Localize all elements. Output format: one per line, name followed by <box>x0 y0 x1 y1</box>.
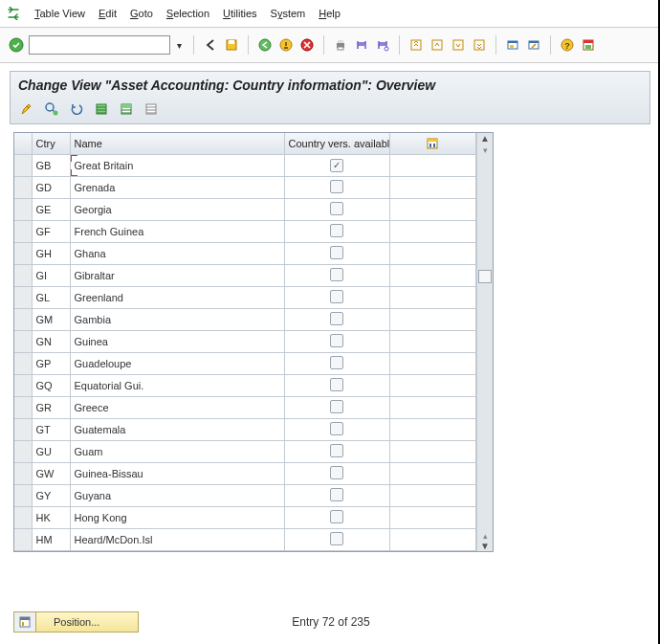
customize-layout-icon[interactable] <box>580 36 597 54</box>
menu-system-icon[interactable] <box>6 6 21 21</box>
menu-system[interactable]: System <box>271 8 306 19</box>
row-selector[interactable] <box>14 265 32 287</box>
row-selector[interactable] <box>14 221 32 243</box>
menu-table-view[interactable]: Table View <box>34 8 85 19</box>
table-row[interactable]: GWGuinea-Bissau <box>14 463 476 485</box>
change-mode-icon[interactable] <box>18 100 35 118</box>
cancel-icon[interactable] <box>298 36 316 54</box>
enter-icon[interactable] <box>8 36 25 54</box>
scroll-down-icon[interactable]: ▼ <box>480 541 490 551</box>
checkbox[interactable] <box>330 312 343 325</box>
help-icon[interactable]: ? <box>559 36 576 54</box>
checkbox[interactable] <box>330 202 343 215</box>
back-icon[interactable] <box>202 36 219 54</box>
col-name-header[interactable]: Name <box>70 133 284 155</box>
cell-available[interactable] <box>284 419 389 441</box>
cell-ctry[interactable]: GD <box>32 177 70 199</box>
table-row[interactable]: GFFrench Guinea <box>14 221 476 243</box>
cell-available[interactable] <box>284 221 389 243</box>
table-row[interactable]: HMHeard/McDon.Isl <box>14 529 476 551</box>
row-selector[interactable] <box>14 441 32 463</box>
print-icon[interactable] <box>332 36 349 54</box>
cell-ctry[interactable]: GF <box>32 221 70 243</box>
scroll-up-icon[interactable]: ▲ <box>480 133 490 144</box>
cell-available[interactable] <box>284 485 389 507</box>
cell-available[interactable] <box>284 375 389 397</box>
row-selector[interactable] <box>14 463 32 485</box>
menu-utilities[interactable]: Utilities <box>223 8 256 19</box>
cell-ctry[interactable]: GI <box>32 265 70 287</box>
checkbox[interactable] <box>330 180 343 193</box>
table-row[interactable]: GEGeorgia <box>14 199 476 221</box>
cell-name[interactable]: Gibraltar <box>70 265 284 287</box>
cell-available[interactable] <box>284 507 389 529</box>
cell-name[interactable]: Ghana <box>70 243 284 265</box>
checkbox[interactable] <box>330 290 343 303</box>
checkbox[interactable] <box>330 334 343 347</box>
table-row[interactable]: GYGuyana <box>14 485 476 507</box>
cell-name[interactable]: Gambia <box>70 309 284 331</box>
checkbox[interactable] <box>330 224 343 237</box>
cell-available[interactable] <box>284 353 389 375</box>
row-selector[interactable] <box>14 397 32 419</box>
cell-name[interactable]: Georgia <box>70 199 284 221</box>
cell-name[interactable]: Guyana <box>70 485 284 507</box>
cell-available[interactable] <box>284 331 389 353</box>
scroll-thumb[interactable] <box>478 270 492 283</box>
row-selector[interactable] <box>14 529 32 551</box>
cell-ctry[interactable]: GT <box>32 419 70 441</box>
table-config-icon[interactable] <box>389 133 476 155</box>
col-ctry-header[interactable]: Ctry <box>32 133 70 155</box>
table-row[interactable]: GDGrenada <box>14 177 476 199</box>
cell-ctry[interactable]: GM <box>32 309 70 331</box>
checkbox[interactable] <box>330 466 343 479</box>
cell-name[interactable]: Grenada <box>70 177 284 199</box>
cell-available[interactable] <box>284 287 389 309</box>
save-icon[interactable] <box>223 36 240 54</box>
row-selector[interactable] <box>14 309 32 331</box>
prev-page-icon[interactable] <box>429 36 446 54</box>
checkbox[interactable] <box>330 444 343 457</box>
cell-available[interactable] <box>284 243 389 265</box>
row-selector[interactable] <box>14 287 32 309</box>
table-row[interactable]: GPGuadeloupe <box>14 353 476 375</box>
table-row[interactable]: GHGhana <box>14 243 476 265</box>
nav-back-icon[interactable] <box>256 36 274 54</box>
cell-name[interactable]: Greenland <box>70 287 284 309</box>
cell-ctry[interactable]: GE <box>32 199 70 221</box>
checkbox[interactable] <box>330 400 343 413</box>
next-page-icon[interactable] <box>450 36 467 54</box>
select-block-icon[interactable] <box>118 100 135 118</box>
checkbox[interactable] <box>330 246 343 259</box>
find-icon[interactable] <box>353 36 370 54</box>
cell-name[interactable]: Equatorial Gui. <box>70 375 284 397</box>
checkbox[interactable] <box>330 510 343 523</box>
row-selector[interactable] <box>14 353 32 375</box>
cell-name[interactable]: Heard/McDon.Isl <box>70 529 284 551</box>
cell-available[interactable] <box>284 177 389 199</box>
row-selector-header[interactable] <box>14 133 32 155</box>
cell-name[interactable]: Hong Kong <box>70 507 284 529</box>
cell-available[interactable] <box>284 199 389 221</box>
cell-ctry[interactable]: GY <box>32 485 70 507</box>
cell-name[interactable]: Guinea <box>70 331 284 353</box>
table-row[interactable]: GTGuatemala <box>14 419 476 441</box>
command-dropdown-icon[interactable]: ▾ <box>172 36 186 54</box>
cell-name[interactable]: Greece <box>70 397 284 419</box>
cell-available[interactable] <box>284 441 389 463</box>
row-selector[interactable] <box>14 331 32 353</box>
table-row[interactable]: HKHong Kong <box>14 507 476 529</box>
row-selector[interactable] <box>14 419 32 441</box>
checkbox[interactable] <box>330 159 343 172</box>
row-selector[interactable] <box>14 507 32 529</box>
table-row[interactable]: GQEquatorial Gui. <box>14 375 476 397</box>
table-row[interactable]: GBGreat Britain <box>14 155 476 177</box>
checkbox[interactable] <box>330 422 343 435</box>
position-button[interactable]: Position... <box>13 611 139 633</box>
table-row[interactable]: GUGuam <box>14 441 476 463</box>
cell-ctry[interactable]: HK <box>32 507 70 529</box>
table-row[interactable]: GIGibraltar <box>14 265 476 287</box>
cell-available[interactable] <box>284 155 389 177</box>
menu-selection[interactable]: Selection <box>166 8 209 19</box>
checkbox[interactable] <box>330 268 343 281</box>
